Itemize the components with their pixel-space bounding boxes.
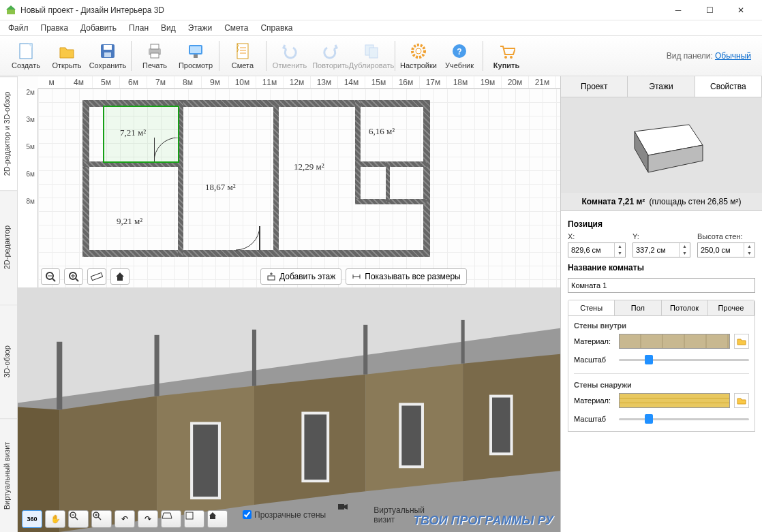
svg-rect-8 xyxy=(151,44,159,49)
svg-rect-12 xyxy=(194,54,198,58)
duplicate-button[interactable]: Дублировать xyxy=(351,37,392,75)
room-area-4: 18,67 м² xyxy=(205,182,236,193)
outside-scale-slider[interactable] xyxy=(619,412,749,426)
room-name-heading: Название комнаты xyxy=(568,263,755,272)
tab-properties[interactable]: Свойства xyxy=(695,76,762,97)
inside-material-swatch[interactable] xyxy=(619,334,730,349)
estimate-button[interactable]: Смета xyxy=(222,37,263,75)
svg-rect-36 xyxy=(268,276,275,280)
svg-marker-1 xyxy=(6,5,16,10)
toolbar: Создать Открыть Сохранить Печать Просмот… xyxy=(0,35,762,76)
fit-button[interactable] xyxy=(184,510,204,528)
menu-edit[interactable]: Правка xyxy=(35,22,74,34)
svg-text:?: ? xyxy=(457,47,461,57)
svg-point-24 xyxy=(510,56,513,59)
close-button[interactable]: ✕ xyxy=(725,0,757,20)
camera-icon xyxy=(338,503,371,527)
view-tabs: 2D-редактор и 3D-обзор 2D-редактор 3D-об… xyxy=(0,76,18,532)
orbit-button[interactable]: 360 xyxy=(22,510,42,528)
subtab-other[interactable]: Прочее xyxy=(708,300,755,315)
svg-rect-5 xyxy=(104,45,112,50)
inside-material-browse[interactable] xyxy=(734,334,749,349)
svg-point-23 xyxy=(504,56,507,59)
menu-floors[interactable]: Этажи xyxy=(183,22,217,34)
print-button[interactable]: Печать xyxy=(134,37,175,75)
home-button[interactable] xyxy=(110,268,129,285)
inside-scale-slider[interactable] xyxy=(619,353,749,366)
svg-rect-6 xyxy=(104,52,111,57)
subtab-ceiling[interactable]: Потолок xyxy=(662,300,708,315)
panel-mode-label: Вид панели: Обычный xyxy=(667,51,751,61)
view-default-button[interactable] xyxy=(161,510,181,528)
svg-rect-67 xyxy=(186,512,193,519)
svg-marker-68 xyxy=(209,512,216,519)
tutorial-button[interactable]: ?Учебник xyxy=(439,37,480,75)
svg-rect-69 xyxy=(338,504,344,510)
create-button[interactable]: Создать xyxy=(5,37,46,75)
menu-view[interactable]: Вид xyxy=(155,22,181,34)
svg-rect-13 xyxy=(237,44,248,59)
position-heading: Позиция xyxy=(568,219,755,229)
zoom-in-3d-button[interactable] xyxy=(91,510,112,528)
vtab-virtual[interactable]: Виртуальный визит xyxy=(0,418,17,532)
plan-2d-view[interactable]: м4м5м6м7м8м9м10м11м12м13м14м15м16м17м18м… xyxy=(18,76,560,287)
app-icon xyxy=(5,5,16,16)
zoom-out-3d-button[interactable] xyxy=(68,510,89,528)
tab-project[interactable]: Проект xyxy=(561,76,628,97)
titlebar: Новый проект - Дизайн Интерьера 3D ─ ☐ ✕ xyxy=(0,0,762,20)
menu-plan[interactable]: План xyxy=(123,22,154,34)
menu-add[interactable]: Добавить xyxy=(75,22,122,34)
room-info: Комната 7,21 м² (площадь стен 26,85 м²) xyxy=(561,193,762,211)
virtual-visit-checkbox[interactable]: Виртуальный визит xyxy=(338,503,425,527)
undo-button[interactable]: Отменить xyxy=(269,37,310,75)
show-dimensions-button[interactable]: Показывать все размеры xyxy=(346,268,466,285)
walls-outside-heading: Стены снаружи xyxy=(574,381,749,389)
measure-button[interactable] xyxy=(87,268,106,285)
menubar: Файл Правка Добавить План Вид Этажи Смет… xyxy=(0,20,762,35)
subtab-floor[interactable]: Пол xyxy=(615,300,661,315)
vtab-2d[interactable]: 2D-редактор xyxy=(0,190,17,304)
transparent-walls-checkbox[interactable]: Прозрачные стены xyxy=(243,510,326,520)
menu-estimate[interactable]: Смета xyxy=(219,22,254,34)
view3d-options: Прозрачные стены Виртуальный визит xyxy=(243,503,425,527)
buy-button[interactable]: Купить xyxy=(486,37,527,75)
room-name-input[interactable] xyxy=(568,278,755,293)
pos-y-input[interactable]: ▲▼ xyxy=(633,242,690,257)
outside-material-swatch[interactable] xyxy=(619,393,730,408)
zoom-out-button[interactable] xyxy=(41,268,60,285)
subtab-walls[interactable]: Стены xyxy=(568,300,615,315)
tab-floors[interactable]: Этажи xyxy=(628,76,695,97)
floorplan[interactable]: 7,21 м² 6,16 м² 12,29 м² 18,67 м² 9,21 м… xyxy=(82,100,430,257)
open-button[interactable]: Открыть xyxy=(46,37,87,75)
rotate-left-button[interactable]: ↶ xyxy=(115,510,135,528)
minimize-button[interactable]: ─ xyxy=(662,0,694,20)
svg-marker-35 xyxy=(116,272,124,281)
svg-rect-9 xyxy=(151,53,159,58)
redo-button[interactable]: Повторить xyxy=(310,37,351,75)
add-floor-button[interactable]: Добавить этаж xyxy=(260,268,341,285)
rotate-right-button[interactable]: ↷ xyxy=(138,510,158,528)
settings-button[interactable]: Настройки xyxy=(398,37,439,75)
svg-rect-0 xyxy=(7,10,15,14)
pos-x-input[interactable]: ▲▼ xyxy=(568,242,626,257)
maximize-button[interactable]: ☐ xyxy=(694,0,725,20)
save-button[interactable]: Сохранить xyxy=(87,37,128,75)
pan-button[interactable]: ✋ xyxy=(45,510,65,528)
svg-rect-18 xyxy=(369,48,378,58)
watermark: ТВОИ ПРОГРАММЫ РУ xyxy=(413,514,553,528)
zoom-in-button[interactable] xyxy=(64,268,83,285)
svg-rect-53 xyxy=(491,396,512,454)
preview-3d-view[interactable]: 360 ✋ ↶ ↷ Прозрачные стены Виртуальный в… xyxy=(18,287,560,532)
wall-height-input[interactable]: ▲▼ xyxy=(697,242,755,257)
view3d-toolbar: 360 ✋ ↶ ↷ xyxy=(22,510,228,528)
menu-file[interactable]: Файл xyxy=(3,22,34,34)
vtab-3d[interactable]: 3D-обзор xyxy=(0,304,17,418)
folder-icon xyxy=(737,337,746,345)
menu-help[interactable]: Справка xyxy=(255,22,298,34)
panel-mode-link[interactable]: Обычный xyxy=(715,51,751,61)
svg-marker-70 xyxy=(344,504,348,510)
home-3d-button[interactable] xyxy=(207,510,228,528)
vtab-2d-3d[interactable]: 2D-редактор и 3D-обзор xyxy=(0,76,17,190)
outside-material-browse[interactable] xyxy=(734,393,749,408)
preview-button[interactable]: Просмотр xyxy=(175,37,216,75)
